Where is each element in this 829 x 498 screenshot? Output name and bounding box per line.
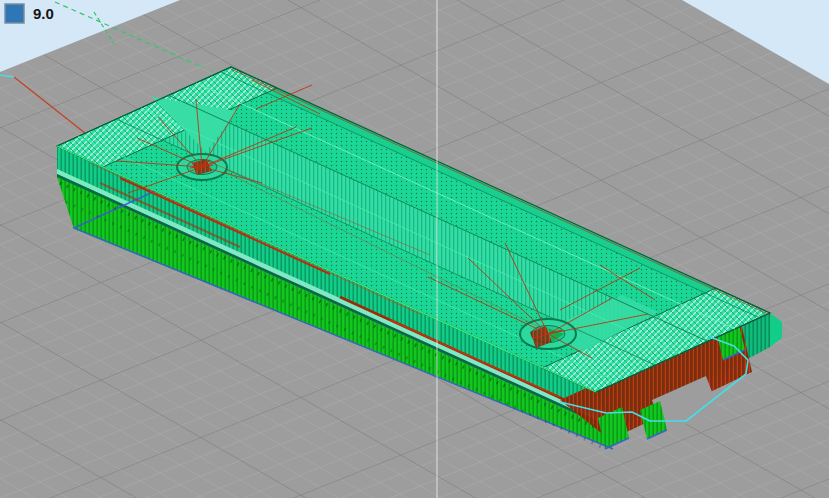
layer-legend: 9.0: [4, 3, 54, 24]
legend-color-swatch: [5, 4, 24, 23]
slicer-3d-viewport[interactable]: 9.0: [0, 0, 829, 498]
legend-swatch-icon: [4, 3, 25, 24]
legend-value: 9.0: [33, 3, 54, 24]
layer-preview-canvas[interactable]: [0, 0, 829, 498]
